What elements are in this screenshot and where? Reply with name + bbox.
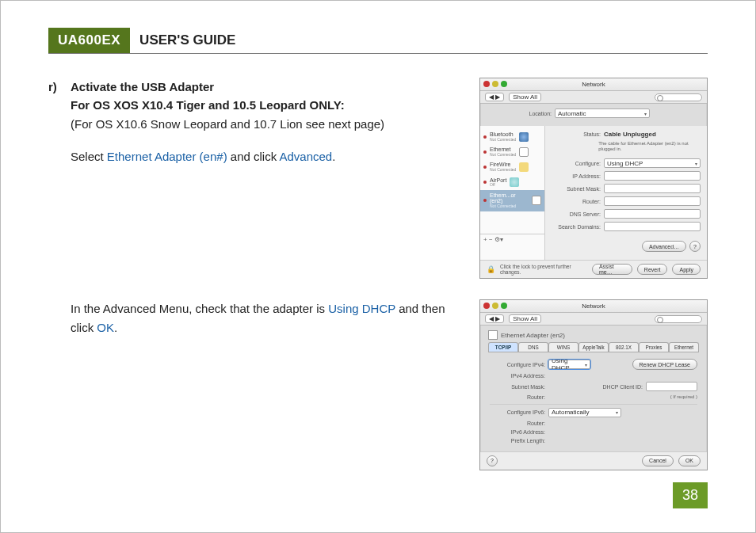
bluetooth-icon bbox=[519, 132, 529, 142]
step-subtitle: For OS XOS X10.4 Tiger and 10.5 Leopard … bbox=[71, 96, 384, 114]
step-marker: r) bbox=[48, 78, 71, 166]
sidebar-item-airport[interactable]: AirPortOff bbox=[480, 175, 544, 190]
configure-label: Configure: bbox=[552, 161, 601, 166]
ethernet-adapter-icon bbox=[532, 196, 541, 205]
router-input[interactable] bbox=[604, 196, 701, 206]
step-paren: (For OS X10.6 Snow Leopard and 10.7 Lion… bbox=[71, 115, 384, 133]
help-button[interactable]: ? bbox=[689, 241, 701, 252]
tab-wins[interactable]: WINS bbox=[548, 342, 578, 352]
window-controls[interactable] bbox=[483, 303, 507, 309]
brand-badge: UA600EX bbox=[48, 28, 130, 53]
tab-ethernet[interactable]: Ethernet bbox=[669, 342, 699, 352]
location-label: Location: bbox=[488, 111, 552, 116]
advanced-button[interactable]: Advanced… bbox=[642, 241, 686, 252]
show-all-button[interactable]: Show All bbox=[509, 93, 541, 101]
tab-dns[interactable]: DNS bbox=[518, 342, 548, 352]
sidebar-item-firewire[interactable]: FireWireNot Connected bbox=[480, 159, 544, 174]
ip-address-input[interactable] bbox=[604, 171, 701, 181]
ethernet-icon bbox=[519, 147, 529, 157]
subnet-mask-input[interactable] bbox=[604, 184, 701, 193]
status-note: The cable for Ethernet Adapter (en2) is … bbox=[598, 141, 701, 152]
ok-button[interactable]: OK bbox=[678, 455, 701, 466]
configure-select[interactable]: Using DHCP bbox=[604, 158, 701, 168]
sidebar-item-ethernet[interactable]: EthernetNot Connected bbox=[480, 144, 544, 159]
page-number: 38 bbox=[673, 482, 708, 508]
renew-dhcp-button[interactable]: Renew DHCP Lease bbox=[632, 359, 697, 370]
configure-ipv6-select[interactable]: Automatically bbox=[548, 408, 621, 417]
tab-tcpip[interactable]: TCP/IP bbox=[488, 342, 518, 352]
tab-appletalk[interactable]: AppleTalk bbox=[578, 342, 609, 352]
configure-ipv4-select[interactable]: Using DHCP bbox=[548, 360, 590, 369]
advanced-tabs: TCP/IP DNS WINS AppleTalk 802.1X Proxies… bbox=[488, 342, 699, 352]
lock-note: Click the lock to prevent further change… bbox=[500, 264, 582, 275]
sidebar-item-ethernet-adapter[interactable]: Ethern...or (en2)Not Connected bbox=[480, 190, 544, 211]
link-using-dhcp: Using DHCP bbox=[328, 302, 395, 315]
status-label: Status: bbox=[552, 131, 601, 137]
step-title: Activate the USB Adapter bbox=[71, 78, 384, 96]
dns-server-input[interactable] bbox=[604, 209, 701, 219]
network-sidebar: BluetoothNot Connected EthernetNot Conne… bbox=[480, 126, 545, 260]
search-input[interactable] bbox=[655, 315, 702, 323]
lock-icon[interactable]: 🔒 bbox=[487, 265, 495, 273]
search-domains-input[interactable] bbox=[604, 222, 701, 231]
advanced-instruction: In the Advanced Menu, check that the ada… bbox=[48, 299, 460, 337]
revert-button[interactable]: Revert bbox=[637, 264, 668, 275]
adapter-name: Ethernet Adapter (en2) bbox=[501, 332, 565, 339]
link-advanced: Advanced bbox=[280, 150, 333, 163]
link-ok: OK bbox=[97, 321, 114, 334]
step-instruction: Select Ethernet Adapter (en#) and click … bbox=[71, 147, 384, 166]
firewire-icon bbox=[519, 162, 529, 172]
screenshot-network-advanced: Network ◀ ▶ Show All Ethernet Adapter (e… bbox=[479, 299, 708, 470]
screenshot-network-prefs: Network ◀ ▶ Show All Location: Automatic… bbox=[479, 78, 708, 279]
sidebar-footer[interactable]: + − ⚙▾ bbox=[480, 234, 544, 245]
sidebar-item-bluetooth[interactable]: BluetoothNot Connected bbox=[480, 129, 544, 144]
show-all-button[interactable]: Show All bbox=[509, 314, 541, 323]
location-select[interactable]: Automatic bbox=[555, 109, 650, 118]
help-button[interactable]: ? bbox=[487, 455, 498, 466]
search-input[interactable] bbox=[655, 93, 702, 101]
dhcp-client-id-input[interactable] bbox=[646, 382, 697, 391]
assist-me-button[interactable]: Assist me… bbox=[592, 264, 632, 275]
window-title: Network bbox=[582, 303, 605, 310]
header: UA600EX USER'S GUIDE bbox=[48, 28, 708, 54]
window-title: Network bbox=[582, 81, 605, 88]
tab-proxies[interactable]: Proxies bbox=[639, 342, 669, 352]
nav-back-forward[interactable]: ◀ ▶ bbox=[485, 93, 504, 101]
nav-back-forward[interactable]: ◀ ▶ bbox=[485, 314, 504, 323]
tab-8021x[interactable]: 802.1X bbox=[609, 342, 639, 352]
ethernet-icon bbox=[488, 330, 498, 340]
window-controls[interactable] bbox=[483, 81, 507, 87]
cancel-button[interactable]: Cancel bbox=[642, 455, 674, 466]
apply-button[interactable]: Apply bbox=[672, 264, 701, 275]
airport-icon bbox=[510, 177, 519, 187]
status-value: Cable Unplugged bbox=[604, 131, 656, 138]
guide-title: USER'S GUIDE bbox=[130, 28, 243, 53]
link-ethernet-adapter: Ethernet Adapter (en#) bbox=[107, 150, 227, 163]
